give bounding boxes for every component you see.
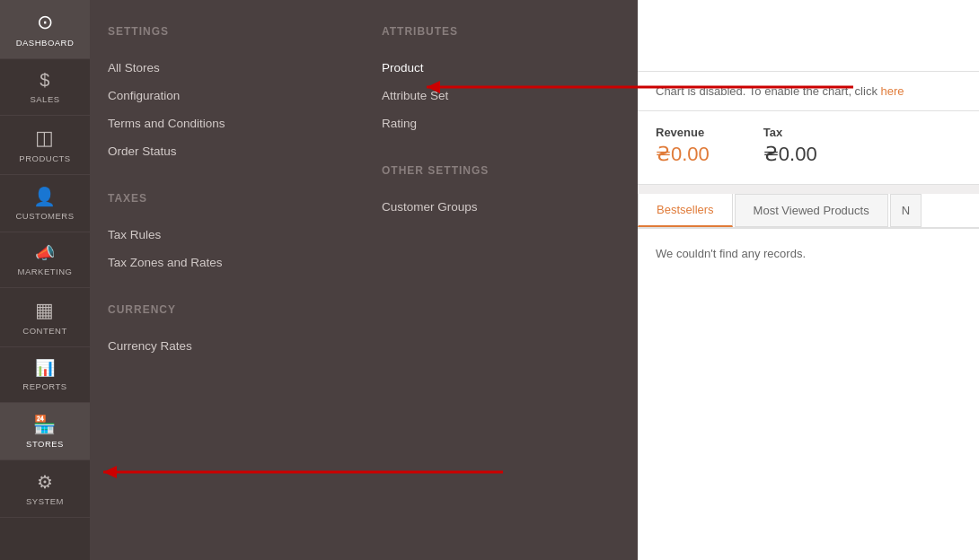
marketing-icon: 📣 xyxy=(35,243,56,263)
no-records-message: We couldn't find any records. xyxy=(638,229,979,560)
other-section-title: Other Settings xyxy=(382,164,620,177)
main-content: Chart is disabled. To enable the chart, … xyxy=(638,0,979,560)
dropdown-currency-rates[interactable]: Currency Rates xyxy=(108,332,346,360)
dropdown-all-stores[interactable]: All Stores xyxy=(108,54,346,82)
dropdown-configuration[interactable]: Configuration xyxy=(108,82,346,109)
sales-icon: $ xyxy=(40,70,50,91)
dropdown-panel: Settings All Stores Configuration Terms … xyxy=(90,0,638,560)
products-icon: ◫ xyxy=(35,127,55,150)
sidebar-item-system[interactable]: ⚙ SYSTEM xyxy=(0,460,90,518)
sidebar-item-dashboard[interactable]: ⊙ DASHBOARD xyxy=(0,0,90,59)
dropdown-customer-groups[interactable]: Customer Groups xyxy=(382,193,620,221)
sidebar-item-sales[interactable]: $ SALES xyxy=(0,59,90,116)
dropdown-product[interactable]: Product xyxy=(382,54,620,82)
tabs-row: Bestsellers Most Viewed Products N xyxy=(638,194,979,229)
dropdown-attribute-set[interactable]: Attribute Set xyxy=(382,82,620,109)
dropdown-right-col: Attributes Product Attribute Set Rating … xyxy=(364,18,638,542)
taxes-section-title: Taxes xyxy=(108,192,346,205)
sidebar-item-reports[interactable]: 📊 REPORTS xyxy=(0,347,90,403)
chart-disabled-bar: Chart is disabled. To enable the chart, … xyxy=(638,72,979,111)
revenue-metric: Revenue ₴0.00 xyxy=(656,126,710,166)
tax-value: ₴0.00 xyxy=(763,143,817,166)
dropdown-terms-conditions[interactable]: Terms and Conditions xyxy=(108,109,346,137)
metrics-row: Revenue ₴0.00 Tax ₴0.00 xyxy=(638,111,979,185)
sidebar-item-content[interactable]: ▦ CONTENT xyxy=(0,288,90,347)
dropdown-order-status[interactable]: Order Status xyxy=(108,137,346,165)
revenue-label: Revenue xyxy=(656,126,710,139)
revenue-value: ₴0.00 xyxy=(656,143,710,166)
sidebar-item-products[interactable]: ◫ PRODUCTS xyxy=(0,116,90,175)
tax-metric: Tax ₴0.00 xyxy=(763,126,817,166)
sidebar-item-marketing[interactable]: 📣 MARKETING xyxy=(0,232,90,288)
system-icon: ⚙ xyxy=(37,471,54,493)
tab-most-viewed[interactable]: Most Viewed Products xyxy=(735,194,888,227)
content-icon: ▦ xyxy=(35,299,55,322)
sidebar-item-stores[interactable]: 🏪 STORES xyxy=(0,403,90,460)
tax-label: Tax xyxy=(763,126,817,139)
currency-section-title: Currency xyxy=(108,303,346,316)
tab-more[interactable]: N xyxy=(890,194,922,227)
reports-icon: 📊 xyxy=(35,358,56,378)
sidebar-item-customers[interactable]: 👤 CUSTOMERS xyxy=(0,175,90,232)
customers-icon: 👤 xyxy=(33,186,57,207)
dropdown-tax-rules[interactable]: Tax Rules xyxy=(108,221,346,249)
main-top-bar xyxy=(638,0,979,72)
settings-section-title: Settings xyxy=(108,25,346,38)
stores-icon: 🏪 xyxy=(33,414,57,435)
dashboard-icon: ⊙ xyxy=(37,11,54,34)
chart-enable-link[interactable]: here xyxy=(881,84,904,98)
page-wrapper: ⊙ DASHBOARD $ SALES ◫ PRODUCTS 👤 CUSTOME… xyxy=(0,0,979,560)
dropdown-tax-zones[interactable]: Tax Zones and Rates xyxy=(108,249,346,276)
attributes-section-title: Attributes xyxy=(382,25,620,38)
tab-bestsellers[interactable]: Bestsellers xyxy=(638,194,733,227)
sidebar: ⊙ DASHBOARD $ SALES ◫ PRODUCTS 👤 CUSTOME… xyxy=(0,0,90,560)
dropdown-rating[interactable]: Rating xyxy=(382,109,620,137)
dropdown-left-col: Settings All Stores Configuration Terms … xyxy=(90,18,364,542)
